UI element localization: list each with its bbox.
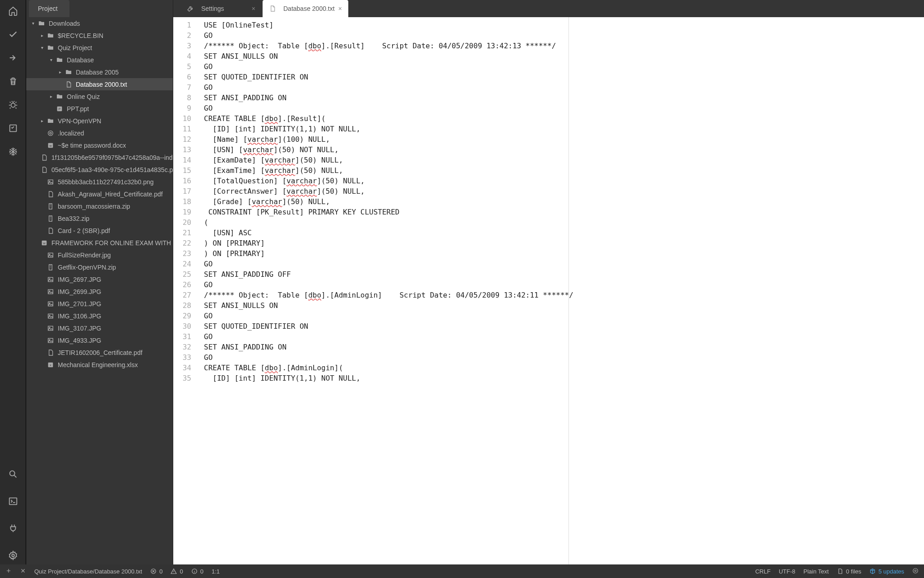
ppt-icon: P: [56, 105, 63, 112]
code-content: USE [OnlineTest]GO/****** Object: Table …: [199, 17, 573, 564]
status-errors[interactable]: 0: [150, 568, 162, 575]
tree-item[interactable]: .localized: [26, 127, 173, 139]
status-encoding[interactable]: UTF-8: [779, 568, 795, 575]
tree-item[interactable]: ▾Downloads: [26, 17, 173, 29]
tree-item[interactable]: Card - 2 (SBR).pdf: [26, 224, 173, 237]
img-icon: [47, 252, 54, 259]
tree-item[interactable]: Getflix-OpenVPN.zip: [26, 261, 173, 273]
add-button[interactable]: [5, 568, 12, 575]
xls-icon: X: [47, 361, 54, 368]
tree-item[interactable]: ▸Online Quiz: [26, 90, 173, 103]
status-updates[interactable]: 5 updates: [869, 568, 904, 575]
status-path[interactable]: Quiz Project/Database/Database 2000.txt: [34, 568, 142, 575]
tree-item-label: Database 2000.txt: [76, 81, 127, 88]
tree-item[interactable]: FullSizeRender.jpg: [26, 249, 173, 261]
tree-item[interactable]: IMG_4933.JPG: [26, 334, 173, 346]
status-eol[interactable]: CRLF: [755, 568, 771, 575]
trash-icon[interactable]: [8, 76, 18, 87]
info-icon: [191, 568, 198, 574]
close-button[interactable]: [20, 568, 26, 575]
home-icon[interactable]: [8, 5, 18, 16]
tree-item[interactable]: ▾Database: [26, 54, 173, 66]
tree-item[interactable]: XMechanical Engineering.xlsx: [26, 359, 173, 371]
zip-icon: [47, 264, 54, 271]
chevron-icon: ▾: [48, 57, 54, 62]
tree-item[interactable]: W~$e time password.docx: [26, 139, 173, 151]
tree-item-label: IMG_4933.JPG: [58, 337, 102, 344]
tree-item[interactable]: IMG_3106.JPG: [26, 310, 173, 322]
sidebar-tab-project[interactable]: Project: [29, 0, 69, 17]
img-icon: [47, 337, 54, 344]
folder-icon: [47, 117, 54, 125]
gear-icon[interactable]: [8, 550, 18, 561]
plug-icon[interactable]: [8, 523, 18, 534]
activity-bar: [0, 0, 26, 564]
snowflake-icon[interactable]: [8, 146, 18, 157]
svg-point-2: [9, 471, 14, 476]
status-info[interactable]: 0: [191, 568, 203, 575]
tree-item-label: Downloads: [49, 20, 80, 27]
svg-rect-19: [48, 289, 53, 294]
tree-item[interactable]: Akash_Agrawal_Hired_Certificate.pdf: [26, 188, 173, 200]
tree-item-label: Quiz Project: [58, 44, 92, 51]
status-position[interactable]: 1:1: [212, 568, 220, 575]
tree-item-label: JETIR1602006_Certificate.pdf: [58, 349, 143, 356]
chevron-icon: ▸: [39, 33, 45, 38]
folder-icon: [38, 20, 45, 27]
tree-item-label: FullSizeRender.jpg: [58, 252, 111, 259]
tab-label: Settings: [201, 5, 224, 12]
tree-item[interactable]: ▸VPN-OpenVPN: [26, 115, 173, 127]
chevron-icon: ▸: [48, 94, 54, 99]
svg-rect-25: [48, 326, 53, 330]
tree-item[interactable]: IMG_2701.JPG: [26, 298, 173, 310]
code-editor[interactable]: 1234567891011121314151617181920212223242…: [173, 17, 924, 564]
folder-icon: [65, 69, 72, 76]
search-icon[interactable]: [8, 469, 18, 480]
tree-item[interactable]: IMG_2697.JPG: [26, 273, 173, 285]
tree-item[interactable]: ▸$RECYCLE.BIN: [26, 29, 173, 42]
svg-rect-3: [9, 498, 17, 505]
file-icon: [837, 568, 843, 574]
img-icon: [47, 300, 54, 308]
tree-item[interactable]: 585bbb3acb11b227491c32b0.png: [26, 176, 173, 188]
task-icon[interactable]: [8, 123, 18, 134]
folder-icon: [47, 32, 54, 39]
tree-item-label: Database: [67, 56, 94, 64]
tree-item[interactable]: JETIR1602006_Certificate.pdf: [26, 346, 173, 359]
terminal-icon[interactable]: [8, 496, 18, 507]
file-icon: [269, 5, 276, 12]
svg-rect-27: [48, 338, 53, 342]
package-icon: [869, 568, 876, 574]
status-language[interactable]: Plain Text: [804, 568, 829, 575]
tree-item[interactable]: Database 2000.txt: [26, 78, 173, 90]
tree-item[interactable]: PPPT.ppt: [26, 103, 173, 115]
tree-item-label: Bea332.zip: [58, 215, 89, 222]
editor-tab[interactable]: Database 2000.txt×: [263, 0, 348, 17]
folder-icon: [56, 93, 63, 100]
tree-item[interactable]: ▸Database 2005: [26, 66, 173, 78]
tree-item-label: .localized: [58, 130, 84, 137]
tree-item[interactable]: 1f131205b6e9579f0975b47c4258a09a--india: [26, 151, 173, 163]
tree-item[interactable]: 05ecf6f5-1aa3-490e-975c-e1d451a4835c.pd: [26, 163, 173, 176]
tree-item-label: Akash_Agrawal_Hired_Certificate.pdf: [58, 191, 163, 198]
bug-icon[interactable]: [8, 99, 18, 110]
status-files[interactable]: 0 files: [837, 568, 861, 575]
img-icon: [47, 288, 54, 295]
img-icon: [47, 276, 54, 283]
tree-item[interactable]: WFRAMEWORK FOR ONLINE EXAM WITH GRAP: [26, 237, 173, 249]
doc-icon: W: [41, 239, 48, 247]
folder-icon: [47, 44, 54, 51]
arrow-right-icon[interactable]: [8, 52, 18, 63]
close-icon[interactable]: ×: [338, 5, 342, 12]
settings-button[interactable]: [912, 568, 919, 575]
tree-item[interactable]: IMG_2699.JPG: [26, 285, 173, 298]
check-icon[interactable]: [8, 29, 18, 40]
tree-item[interactable]: IMG_3107.JPG: [26, 322, 173, 334]
close-icon[interactable]: ×: [252, 5, 255, 12]
tree-item[interactable]: ▾Quiz Project: [26, 42, 173, 54]
tree-item-label: PPT.ppt: [67, 105, 89, 112]
editor-tab[interactable]: Settings×: [180, 0, 262, 17]
status-warnings[interactable]: 0: [171, 568, 183, 575]
tree-item[interactable]: barsoom_macossierra.zip: [26, 200, 173, 212]
tree-item[interactable]: Bea332.zip: [26, 212, 173, 224]
